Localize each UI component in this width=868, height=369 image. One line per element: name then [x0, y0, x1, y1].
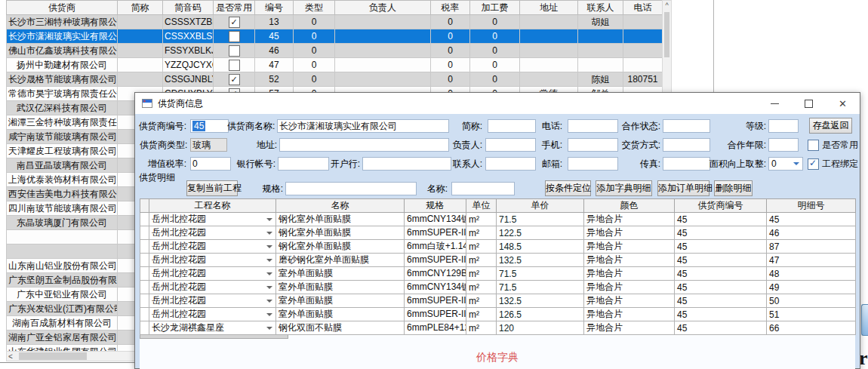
- row-header: [140, 308, 149, 321]
- delivery-method-input[interactable]: [663, 138, 710, 152]
- common-use-checkbox[interactable]: [229, 17, 240, 28]
- add-dict-detail-button[interactable]: 添加字典明细: [596, 180, 652, 196]
- vat-rate-input[interactable]: 0: [190, 157, 231, 171]
- scroll-left-icon[interactable]: <: [8, 352, 13, 361]
- supplier-row[interactable]: 长沙市三湘特种玻璃有限公司CSSSXTZBL..13000胡姐: [7, 15, 663, 29]
- spec-cell: 6mmPLE84+12A(硅酮胶...: [405, 321, 466, 335]
- detail-row[interactable]: 岳州北控花园钢化室外单面贴膜6mmSUPER-III+12A(硅...m²122…: [140, 226, 856, 240]
- supplier-row[interactable]: 扬州中勤建材有限公司YZZQJCYXGS47000: [7, 58, 663, 72]
- column-header[interactable]: 工程名称: [149, 199, 276, 213]
- detail-row[interactable]: 岳州北控花园钢化室外单面贴膜6mm白玻+1.14PVB+6mm...m²148.…: [140, 240, 856, 254]
- fax-input[interactable]: [663, 157, 710, 171]
- supplier-row[interactable]: 佛山市亿鑫玻璃科技有限公司FSSYXBLKJ..46000: [7, 44, 663, 58]
- column-header[interactable]: 编号: [255, 1, 294, 15]
- short-name-input[interactable]: [488, 119, 536, 133]
- save-return-button[interactable]: 存盘返回: [809, 118, 852, 134]
- delete-detail-button[interactable]: 删除明细: [714, 180, 753, 196]
- coop-status-input[interactable]: [663, 119, 710, 133]
- column-header[interactable]: 单价: [497, 199, 584, 213]
- column-header[interactable]: 税率: [431, 1, 470, 15]
- close-button[interactable]: ✕: [826, 93, 860, 114]
- column-header[interactable]: 加工费: [470, 1, 520, 15]
- common-use-checkbox[interactable]: [229, 60, 240, 71]
- mobile-input[interactable]: [568, 138, 618, 152]
- unit-cell: m²: [466, 213, 497, 226]
- detail-row[interactable]: 岳州北控花园磨砂钢化室外单面贴膜6mmSUPER-III+12A(硅...m²1…: [140, 254, 856, 267]
- cell: 0: [431, 29, 470, 44]
- supplier-name-input[interactable]: 长沙市潇湘玻璃实业有限公司: [277, 119, 449, 133]
- supplier-type-input[interactable]: 玻璃: [190, 138, 227, 152]
- project-dropdown-cell[interactable]: 岳州北控花园: [149, 294, 276, 308]
- project-bind-checkbox[interactable]: 工程绑定: [808, 157, 858, 171]
- address-input[interactable]: [279, 138, 449, 152]
- column-header[interactable]: 电话: [623, 1, 663, 15]
- column-header[interactable]: 简称: [118, 1, 163, 15]
- detail-row[interactable]: 岳州北控花园室外单面贴膜6mmCNY134镀膜钢化m²71.5异地合片4549: [140, 281, 856, 294]
- manager-label: 负责人:: [445, 138, 482, 152]
- project-dropdown-cell[interactable]: 长沙龙湖祺鑫星座: [149, 321, 276, 335]
- cell: 咸宁南玻节能玻璃有限公司: [7, 130, 118, 144]
- spec-filter-input[interactable]: [285, 182, 417, 195]
- supplier-row[interactable]: 长沙晟格节能玻璃有限公司CSSGJNBLYXGS52000陈姐180751: [7, 72, 663, 87]
- column-header[interactable]: 类型: [294, 1, 335, 15]
- common-use-checkbox[interactable]: [229, 31, 240, 42]
- project-dropdown-cell[interactable]: 岳州北控花园: [149, 240, 276, 254]
- coop-years-input[interactable]: [768, 138, 799, 152]
- detail-id-cell: 50: [767, 294, 856, 308]
- locate-by-condition-button[interactable]: 按条件定位: [545, 180, 591, 196]
- detail-row[interactable]: 岳州北控花园室外单面贴膜6mmCNY129B镀膜钢化m²71.5异地合片4548: [140, 267, 856, 281]
- detail-id-cell: 87: [767, 240, 856, 254]
- common-use-checkbox[interactable]: [229, 74, 240, 85]
- scrollbar-thumb[interactable]: [664, 12, 669, 57]
- column-header[interactable]: 明细号: [767, 199, 856, 213]
- column-header[interactable]: 负责人: [335, 1, 431, 15]
- manager-input[interactable]: [485, 138, 536, 152]
- common-use-checkbox[interactable]: [229, 45, 240, 57]
- column-header[interactable]: 名称: [276, 199, 405, 213]
- project-dropdown-cell[interactable]: 岳州北控花园: [149, 267, 276, 281]
- supplier-row[interactable]: 长沙市潇湘玻璃实业有限公司CSSXXBLSY..45000: [7, 29, 663, 44]
- detail-row[interactable]: 岳州北控花园室外单面贴膜6mmSUPER-III+12A(硅...m²126.5…: [140, 308, 856, 321]
- cell: 广东坚朗五金制品股份有限公司: [7, 273, 118, 288]
- column-header[interactable]: 颜色: [584, 199, 675, 213]
- bank-account-input[interactable]: [278, 157, 329, 171]
- supplier-id-cell: 45: [675, 240, 767, 254]
- project-dropdown-cell[interactable]: 岳州北控花园: [149, 213, 276, 226]
- copy-project-button[interactable]: 复制当前工程: [186, 180, 238, 196]
- column-header[interactable]: 是否常用: [214, 1, 255, 15]
- project-dropdown-cell[interactable]: 岳州北控花园: [149, 308, 276, 321]
- supplier-id-input[interactable]: 45: [190, 119, 229, 133]
- detail-row[interactable]: 岳州北控花园钢化室外单面贴膜6mmCNY134镀膜钢化m²71.5异地合片454…: [140, 213, 856, 226]
- minimize-button[interactable]: [758, 93, 792, 114]
- column-header[interactable]: 简音码: [163, 1, 214, 15]
- close-icon: ✕: [839, 98, 847, 109]
- name-filter-input[interactable]: [451, 182, 515, 195]
- add-order-detail-button[interactable]: 添加订单明细: [657, 180, 709, 196]
- detail-grid-header: 工程名称名称规格单位单价颜色供货商编号明细号: [140, 199, 856, 213]
- column-header[interactable]: 供货商编号: [675, 199, 767, 213]
- column-header[interactable]: 单位: [466, 199, 497, 213]
- column-header[interactable]: 规格: [405, 199, 466, 213]
- project-dropdown-cell[interactable]: 岳州北控花园: [149, 281, 276, 294]
- common-use-checkbox[interactable]: 是否常用: [808, 138, 858, 152]
- maximize-button[interactable]: [792, 93, 826, 114]
- project-dropdown-cell[interactable]: 岳州北控花园: [149, 254, 276, 267]
- phone-input[interactable]: [568, 119, 618, 133]
- grade-input[interactable]: [768, 119, 799, 133]
- scrollbar-thumb[interactable]: [19, 352, 87, 360]
- detail-row[interactable]: 长沙龙湖祺鑫星座钢化双面不贴膜6mmPLE84+12A(硅酮胶...m²120异…: [140, 321, 856, 335]
- bank-name-input[interactable]: [362, 157, 451, 171]
- contact-input[interactable]: [485, 157, 536, 171]
- name-filter-label: 名称:: [419, 182, 448, 195]
- detail-row[interactable]: 岳州北控花园室外单面贴膜6mmSUPER-III+12A(硅...m²132.5…: [140, 294, 856, 308]
- column-header[interactable]: 供货商: [7, 1, 118, 15]
- scroll-up-icon[interactable]: ^: [663, 1, 671, 11]
- cell: 46: [255, 44, 294, 58]
- dialog-titlebar[interactable]: 供货商信息 ✕: [135, 93, 860, 114]
- column-header[interactable]: 地址: [520, 1, 578, 15]
- project-dropdown-cell[interactable]: 岳州北控花园: [149, 226, 276, 240]
- email-input[interactable]: [568, 157, 618, 171]
- maximize-icon: [805, 100, 813, 108]
- area-round-dropdown[interactable]: 0: [768, 157, 803, 171]
- column-header[interactable]: 联系人: [578, 1, 623, 15]
